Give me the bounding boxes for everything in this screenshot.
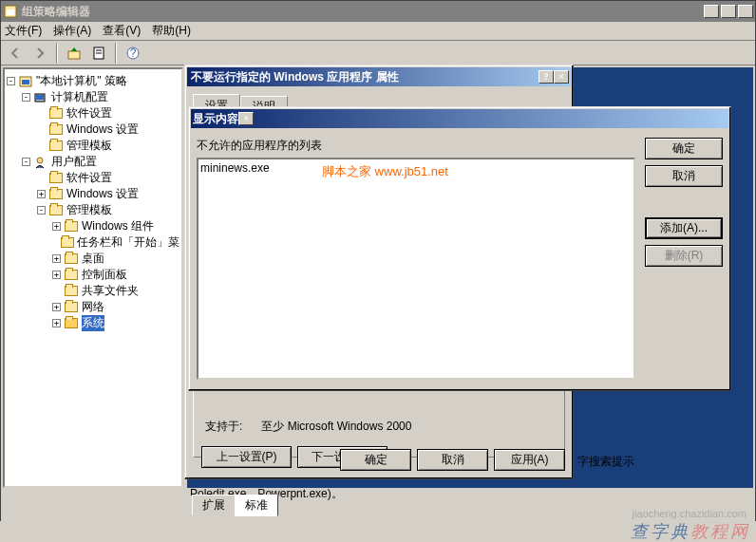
- show-cancel-button[interactable]: 取消: [645, 165, 723, 187]
- tree-item[interactable]: +桌面: [7, 251, 180, 267]
- show-body: 不允许的应用程序的列表 mininews.exe 脚本之家 www.jb51.n…: [189, 130, 730, 387]
- menu-help[interactable]: 帮助(H): [152, 23, 191, 39]
- prev-setting-button[interactable]: 上一设置(P): [201, 446, 292, 468]
- poledit-row: Poledit.exe，Powerpnt.exe)。: [1, 490, 755, 507]
- minimize-button[interactable]: _: [704, 5, 719, 18]
- app-icon: [3, 4, 18, 19]
- bottom-tabbar: 扩展 标准: [188, 495, 277, 515]
- menu-view[interactable]: 查看(V): [103, 23, 141, 39]
- toolbar: ?: [1, 41, 755, 65]
- supported-row: 支持于: 至少 Microsoft Windows 2000: [201, 415, 557, 439]
- prop-cancel-button[interactable]: 取消: [417, 449, 488, 471]
- list-item[interactable]: mininews.exe: [200, 161, 632, 175]
- prop-help-button[interactable]: ?: [539, 70, 554, 84]
- watermark-brand1: 查字典: [631, 520, 690, 542]
- show-titlebar: 显示内容 ×: [191, 109, 728, 128]
- prop-titlebar: 不要运行指定的 Windows 应用程序 属性 ? ×: [187, 67, 571, 86]
- svg-text:?: ?: [130, 47, 137, 60]
- prop-footer: 确定 取消 应用(A): [340, 449, 565, 471]
- tree-item[interactable]: +Windows 组件: [7, 218, 180, 234]
- remove-button[interactable]: 删除(R): [645, 245, 723, 267]
- svg-point-12: [37, 158, 43, 163]
- tree-item[interactable]: +Windows 设置: [7, 186, 180, 202]
- svg-rect-1: [7, 9, 14, 15]
- show-ok-button[interactable]: 确定: [645, 138, 723, 159]
- close-button[interactable]: ×: [738, 5, 753, 18]
- supported-label: 支持于:: [205, 420, 242, 433]
- menubar: 文件(F) 操作(A) 查看(V) 帮助(H): [1, 22, 755, 41]
- toolbar-separator: [115, 43, 117, 64]
- svg-rect-2: [68, 51, 80, 59]
- tree-root[interactable]: -"本地计算机" 策略: [7, 73, 180, 89]
- back-button[interactable]: [5, 43, 26, 64]
- tree-system[interactable]: +系统: [7, 315, 180, 331]
- prop-apply-button[interactable]: 应用(A): [494, 449, 565, 471]
- tab-extend[interactable]: 扩展: [192, 495, 236, 515]
- tree-admin-templates[interactable]: -管理模板: [7, 202, 180, 218]
- add-button[interactable]: 添加(A)...: [645, 217, 723, 239]
- search-hint: 字搜索提示: [577, 454, 634, 470]
- footer: 查字典 教程网: [0, 521, 756, 542]
- supported-value: 至少 Microsoft Windows 2000: [261, 420, 411, 433]
- main-titlebar: 组策略编辑器 _ □ ×: [1, 1, 755, 22]
- listbox[interactable]: mininews.exe 脚本之家 www.jb51.net: [197, 158, 635, 380]
- watermark-brand1b: 教程网: [690, 520, 750, 542]
- tree-item[interactable]: 共享文件夹: [7, 283, 180, 299]
- properties-button[interactable]: [88, 43, 109, 64]
- tree-computer-config[interactable]: -计算机配置: [7, 89, 180, 105]
- tab-standard[interactable]: 标准: [235, 495, 278, 516]
- list-label: 不允许的应用程序的列表: [197, 138, 635, 154]
- tree-item[interactable]: 任务栏和「开始」菜: [7, 234, 180, 251]
- tree-pane[interactable]: -"本地计算机" 策略 -计算机配置 软件设置 Windows 设置 管理模板 …: [3, 67, 183, 488]
- svg-rect-11: [36, 95, 44, 100]
- prop-title: 不要运行指定的 Windows 应用程序 属性: [189, 69, 539, 85]
- maximize-button[interactable]: □: [721, 5, 736, 18]
- menu-file[interactable]: 文件(F): [5, 23, 42, 39]
- show-title: 显示内容: [193, 111, 238, 127]
- up-button[interactable]: [64, 43, 85, 64]
- svg-rect-9: [22, 80, 29, 84]
- menu-action[interactable]: 操作(A): [53, 23, 91, 39]
- main-title: 组策略编辑器: [22, 4, 704, 20]
- tree-item[interactable]: 软件设置: [7, 170, 180, 186]
- show-content-dialog: 显示内容 × 不允许的应用程序的列表 mininews.exe 脚本之家 www…: [188, 106, 731, 391]
- help-button[interactable]: ?: [123, 43, 143, 64]
- tree-item[interactable]: 管理模板: [7, 138, 180, 154]
- forward-button[interactable]: [29, 43, 50, 64]
- watermark-url: jiaocheng.chazidian.com: [633, 508, 747, 519]
- tree-item[interactable]: Windows 设置: [7, 121, 180, 138]
- tree-user-config[interactable]: -用户配置: [7, 154, 180, 170]
- prop-close-button[interactable]: ×: [554, 70, 569, 84]
- show-close-button[interactable]: ×: [238, 112, 254, 125]
- tree-item[interactable]: +控制面板: [7, 267, 180, 283]
- toolbar-separator: [56, 43, 58, 64]
- prop-ok-button[interactable]: 确定: [340, 449, 411, 471]
- tree-item[interactable]: 软件设置: [7, 105, 180, 121]
- tree-item[interactable]: +网络: [7, 299, 180, 315]
